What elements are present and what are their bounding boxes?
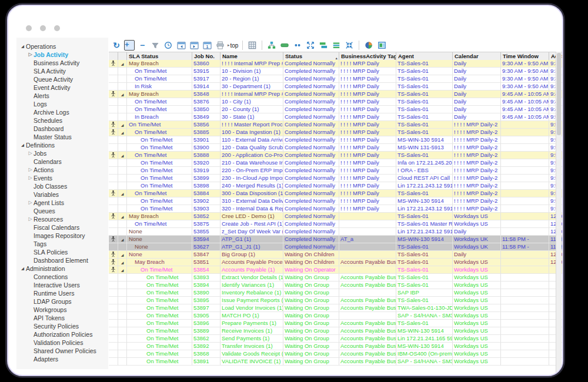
- sidebar-item-interactive-users[interactable]: Interactive Users: [16, 281, 108, 289]
- table-row[interactable]: On Time/Met53919220 - On-Prem ERP Import…: [109, 167, 563, 175]
- top-button[interactable]: ▸top: [228, 42, 238, 49]
- column-header-sla-status[interactable]: SLA Status: [127, 52, 192, 61]
- sidebar-item-actions[interactable]: ▷Actions: [16, 166, 108, 174]
- sidebar-item-images-repository[interactable]: Images Repository: [16, 232, 108, 240]
- sidebar-item-authorization-policies[interactable]: Authorization Policies: [16, 330, 108, 339]
- table-row[interactable]: On Time/Met53862Send Payments (1)Waiting…: [109, 335, 563, 343]
- sidebar-item-runtime-users[interactable]: Runtime Users: [16, 289, 108, 297]
- window-control-dot[interactable]: [40, 25, 46, 31]
- scrollbar-thumb[interactable]: [557, 53, 561, 135]
- sidebar-item-job-classes[interactable]: Job Classes: [16, 182, 108, 190]
- sidebar-item-sla-policies[interactable]: SLA Policies: [16, 248, 108, 256]
- sidebar-item-variables[interactable]: Variables: [16, 190, 108, 199]
- table-row[interactable]: ◢On Time/Met53888200 - Application Co-Pr…: [109, 152, 563, 159]
- table-row[interactable]: On Time/Met53900120 - Data Quality Scrub…: [109, 144, 563, 152]
- column-header-agent[interactable]: Agent: [396, 52, 453, 61]
- sidebar-item-logs[interactable]: Logs: [16, 100, 108, 108]
- arrows-out-icon[interactable]: [305, 40, 316, 51]
- sidebar-section-administration[interactable]: ◢Administration: [16, 264, 108, 273]
- table-row[interactable]: On Time/Met53899230 - In-Cloud App Impor…: [109, 175, 563, 182]
- table-row[interactable]: On Time/Met53898240 - Merged Results (1)…: [109, 182, 563, 190]
- sidebar-section-operations[interactable]: ◢Operations: [16, 42, 108, 51]
- table-row[interactable]: On Time/Met53875Create Job - Rest API (1…: [109, 220, 563, 228]
- sidebar-item-connections[interactable]: Connections: [16, 273, 108, 281]
- layers-icon[interactable]: [318, 40, 329, 51]
- column-header-status[interactable]: Status▲: [283, 52, 339, 61]
- hierarchy-icon[interactable]: [266, 40, 277, 51]
- window-control-dot[interactable]: [54, 25, 60, 31]
- table-row[interactable]: On Time/Met53902310 - External Data Deli…: [109, 197, 563, 205]
- table-row[interactable]: On Time/Met5387610 - City (1)Completed N…: [109, 98, 563, 106]
- sidebar-item-event-activity[interactable]: Event Activity: [16, 83, 108, 92]
- column-header-icon[interactable]: [118, 52, 127, 61]
- table-row[interactable]: ◢On Time/Met53884300 - Data Disposition …: [109, 190, 563, 197]
- sidebar-item-archive-logs[interactable]: Archive Logs: [16, 108, 108, 116]
- sidebar-item-queue-activity[interactable]: Queue Activity: [16, 75, 108, 83]
- print-icon[interactable]: [215, 40, 225, 51]
- sidebar-item-shared-owner-policies[interactable]: Shared Owner Policies: [16, 347, 108, 355]
- grid-icon[interactable]: [247, 40, 258, 51]
- sidebar-item-tags[interactable]: Tags: [16, 240, 108, 248]
- table-row[interactable]: None53627ATP_G1_J1 (1)Completed Normally…: [109, 243, 563, 251]
- column-header-calendar[interactable]: Calendar: [453, 52, 501, 61]
- sidebar-item-workgroups[interactable]: Workgroups: [16, 306, 108, 314]
- table-row[interactable]: On Time/Met53892Transfer Invoices (1)Wai…: [109, 343, 563, 350]
- column-header-icon[interactable]: [109, 52, 118, 61]
- table-row[interactable]: ◢None53594ATP_G1 (1)Completed NormallyAT…: [109, 236, 563, 243]
- table-row[interactable]: On Time/Met53896Prepare Payments (1)Wait…: [109, 320, 563, 327]
- sidebar-item-calendars[interactable]: Calendars: [16, 158, 108, 166]
- sidebar-item-sla-activity[interactable]: SLA Activity: [16, 67, 108, 75]
- sidebar-item-dashboard-element[interactable]: Dashboard Element: [16, 256, 108, 264]
- table-row[interactable]: On Time/Met5391510 - Division (1)Complet…: [109, 68, 563, 75]
- table-row[interactable]: In Risk5391430 - Department (1)Completed…: [109, 83, 563, 91]
- column-header-businessactivity-tags[interactable]: BusinessActivity Tags: [339, 52, 396, 61]
- table-row[interactable]: On Time/Met53893Extract Vendor Details (…: [109, 274, 563, 282]
- table-row[interactable]: In Breach5384930 - State (1)Completed No…: [109, 113, 563, 121]
- sidebar-item-api-tokens[interactable]: API Tokens: [16, 314, 108, 322]
- sidebar-item-resources[interactable]: ▷Resources: [16, 215, 108, 223]
- table-row[interactable]: On Time/Met53891VALIDATE INVOICE (1)Wait…: [109, 358, 563, 366]
- table-row[interactable]: On Time/Met53895Issue Payment Reports (1…: [109, 297, 563, 304]
- table-row[interactable]: ◢On Time/Met53854Accounts Payable (1)Wai…: [109, 266, 563, 274]
- table-row[interactable]: ◢May Breach53848! ! ! ! Internal MRP Pre…: [109, 91, 563, 98]
- collapse-all-icon[interactable]: −: [137, 40, 148, 51]
- table-row[interactable]: On Time/Met53905MATCH PO (1)Waiting On G…: [109, 312, 563, 320]
- column-header-time-window[interactable]: Time Window: [501, 52, 549, 61]
- panel-icon[interactable]: [376, 40, 387, 51]
- sidebar-item-business-activity[interactable]: Business Activity: [16, 59, 108, 67]
- table-row[interactable]: On Time/Met53897Load Vendor Invoices (1)…: [109, 304, 563, 312]
- sidebar-item-schedules[interactable]: Schedules: [16, 116, 108, 125]
- sidebar-item-validation-policies[interactable]: Validation Policies: [16, 339, 108, 347]
- table-row[interactable]: On Time/Met53920210 - Data Warehouse Imp…: [109, 159, 563, 167]
- sidebar-item-master-status[interactable]: Master Status: [16, 133, 108, 141]
- table-row[interactable]: On Time/Met53890Inventory Rebalance (1)W…: [109, 289, 563, 297]
- filter-icon[interactable]: [150, 40, 161, 51]
- table-row[interactable]: None53855z_Set Day Of Week Var (1)Comple…: [109, 228, 563, 236]
- window-control-dot[interactable]: [26, 25, 32, 31]
- sidebar-item-jobs[interactable]: ▷Jobs: [16, 149, 108, 158]
- calendar-prev-icon[interactable]: [176, 40, 186, 51]
- expand-all-icon[interactable]: +: [124, 40, 135, 51]
- sidebar-item-dashboard[interactable]: Dashboard: [16, 125, 108, 133]
- sidebar-item-alerts[interactable]: Alerts: [16, 92, 108, 100]
- table-row[interactable]: On Time/Met53868Validate Goods Receipt (…: [109, 350, 563, 358]
- table-row[interactable]: On Time/Met53889Receive Invoices (1)Wait…: [109, 327, 563, 335]
- table-row[interactable]: On Time/Met5385020 - County (1)Completed…: [109, 106, 563, 113]
- table-row[interactable]: On Time/Met53901110 - External Data Arri…: [109, 136, 563, 144]
- sidebar-item-adapters[interactable]: Adapters: [16, 355, 108, 363]
- sidebar-section-definitions[interactable]: ◢Definitions: [16, 141, 108, 149]
- list-icon[interactable]: [331, 40, 342, 51]
- table-row[interactable]: On Time/Met5391720 - Region (1)Completed…: [109, 75, 563, 83]
- arrows-in-icon[interactable]: [344, 40, 355, 51]
- sidebar-item-events[interactable]: ▷Events: [16, 174, 108, 182]
- pie-chart-icon[interactable]: [363, 40, 374, 51]
- sidebar-item-queues[interactable]: Queues: [16, 207, 108, 215]
- column-header-name[interactable]: Name: [220, 52, 283, 61]
- sidebar-item-ldap-groups[interactable]: LDAP Groups: [16, 297, 108, 306]
- refresh-icon[interactable]: ↻: [111, 40, 122, 51]
- sidebar-item-fiscal-calendars[interactable]: Fiscal Calendars: [16, 223, 108, 232]
- table-row[interactable]: On Time/Met53894Identify Variances (1)Wa…: [109, 282, 563, 289]
- calendar-today-icon[interactable]: 1: [202, 40, 212, 51]
- table-row[interactable]: ◢May Breach53852Cree LED - Demo (1)Compl…: [109, 213, 563, 220]
- table-row[interactable]: ◢None53847Big Group (1)Waiting On Childr…: [109, 251, 563, 259]
